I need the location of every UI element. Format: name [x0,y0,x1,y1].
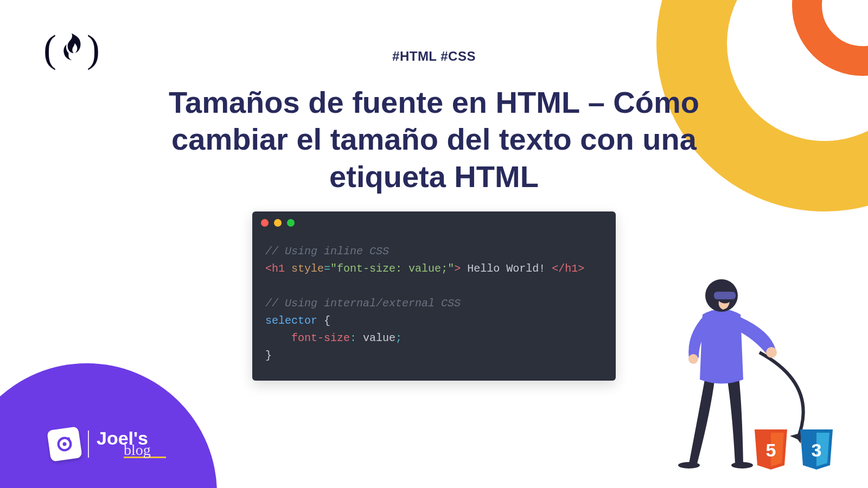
code-attr: style [291,262,324,275]
code-op-eq: = [324,262,330,275]
joels-blog: blog [124,443,166,458]
joels-logo-icon [47,426,82,462]
svg-text:5: 5 [766,440,776,460]
window-traffic-lights [252,211,616,231]
code-closetag-open: </ [552,262,565,275]
svg-point-5 [766,347,777,358]
decorative-circle-purple [0,363,217,488]
svg-rect-8 [714,292,736,299]
svg-point-1 [62,442,67,446]
joels-text: Joel's blog [97,430,166,459]
code-closetag-name: h1 [565,262,578,275]
paren-right-icon: ) [87,29,100,68]
code-tag-close: > [454,262,461,275]
svg-text:3: 3 [812,440,822,460]
code-tag-name: h1 [272,262,285,275]
tech-shields: 5 3 [752,428,835,472]
css3-shield-icon: 3 [797,428,835,472]
code-str-close: " [448,262,454,275]
code-prop: font-size [291,332,350,344]
traffic-green-icon [287,219,295,227]
code-tag-open: < [265,262,272,275]
freecodecamp-logo: ( ) [43,26,100,71]
code-colon: : [350,332,363,344]
svg-point-3 [678,462,700,468]
code-block: // Using inline CSS <h1 style="font-size… [252,211,616,381]
article-title: Tamaños de fuente en HTML – Cómo cambiar… [157,84,711,195]
paren-left-icon: ( [43,29,56,68]
code-str-open: " [330,262,337,275]
article-tags: #HTML #CSS [392,49,476,64]
code-semicolon: ; [395,332,402,344]
code-comment: // Using inline CSS [265,245,389,258]
code-selector: selector [265,314,324,327]
code-content: // Using inline CSS <h1 style="font-size… [252,231,616,372]
code-str-content: font-size: value; [337,262,448,275]
fire-icon [60,26,84,71]
code-closetag-close: > [578,262,584,275]
code-brace-open: { [324,314,330,327]
traffic-red-icon [261,219,269,227]
svg-point-6 [688,354,698,364]
code-comment2: // Using internal/external CSS [265,297,461,310]
joels-divider [88,431,89,458]
html5-shield-icon: 5 [752,428,790,472]
code-brace-close: } [265,349,272,362]
svg-point-4 [731,462,753,468]
code-value: value [363,332,395,344]
code-inner-text: Hello World! [461,262,552,275]
traffic-yellow-icon [274,219,282,227]
joels-branding: Joel's blog [49,428,166,460]
